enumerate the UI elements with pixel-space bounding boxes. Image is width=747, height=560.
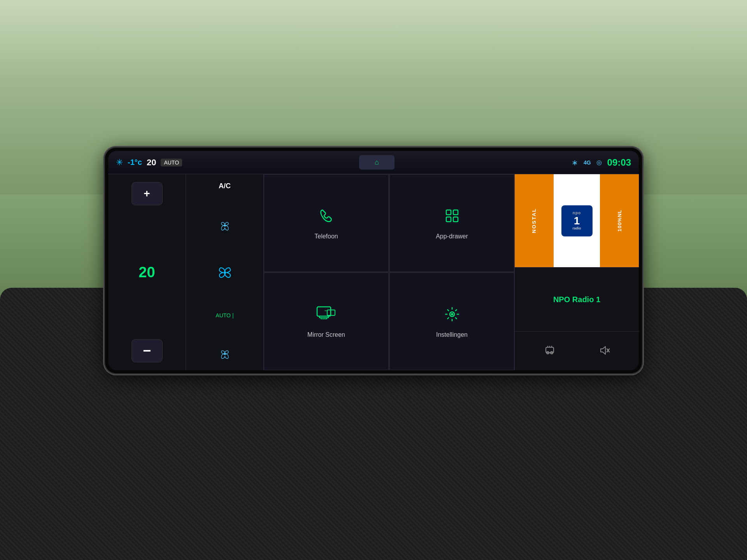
temp-decrease-button[interactable]: − [132,339,163,362]
main-content: + 20 − A/C [108,174,639,370]
plus-icon: + [144,187,150,200]
app-drawer-tile[interactable]: App-drawer [389,174,514,272]
svg-rect-4 [453,210,458,215]
apps-grid: Telefoon App-drawer [264,174,514,370]
status-right: ∗ 4G ◎ 09:03 [572,157,631,168]
music-note-icon [543,343,557,359]
svg-rect-7 [317,307,331,316]
svg-rect-9 [321,318,327,319]
climate-status: ✳ -1°c 20 AUTO [116,158,182,168]
radio-controls [515,331,639,370]
auto-badge: AUTO [161,159,182,166]
auto-bar: | [232,312,234,318]
set-temp: 20 [147,158,156,168]
mirror-screen-icon [316,304,337,327]
minus-icon: − [143,343,151,359]
temp-increase-button[interactable]: + [132,182,163,205]
npo-logo: npo 1 radio [561,205,593,236]
climate-temp-panel: + 20 − [108,174,186,370]
instellingen-tile[interactable]: Instellingen [389,273,514,370]
gps-icon: ◎ [596,159,602,166]
telefoon-label: Telefoon [314,233,338,240]
npo-station-tile[interactable]: npo 1 radio [554,174,600,267]
settings-icon [442,304,462,327]
npo-number: 1 [574,215,580,226]
app-drawer-label: App-drawer [436,233,468,240]
outside-temp: -1°c [128,158,142,167]
100nl-label: 100%NL [617,210,622,232]
mirror-screen-tile[interactable]: Mirror Screen [264,273,389,370]
fan-main-icon[interactable] [215,263,235,284]
screen-content: ✳ -1°c 20 AUTO ⌂ ∗ 4G ◎ 09:03 + [108,151,639,370]
fan-top-icon [218,219,232,234]
signal-icon: 4G [584,159,591,166]
home-tab[interactable]: ⌂ [359,155,395,170]
current-temp-display: 20 [139,264,155,281]
telefoon-tile[interactable]: Telefoon [264,174,389,272]
svg-rect-5 [446,217,451,222]
fan-bottom-icon [218,347,232,362]
npo-radio-text: radio [572,226,581,231]
snowflake-icon: ✳ [116,158,123,168]
nostal-station-tile[interactable]: NOSTAL [515,174,554,267]
auto-text: AUTO [216,312,231,318]
clock: 09:03 [607,157,631,168]
auto-fan-label: AUTO | [216,312,233,318]
bluetooth-icon: ∗ [572,158,578,167]
status-center[interactable]: ⌂ [182,155,572,170]
svg-point-12 [451,313,453,315]
phone-icon [317,206,336,228]
current-radio-name[interactable]: NPO Radio 1 [515,268,639,331]
radio-panel: NOSTAL npo 1 radio 100%NL [514,174,639,370]
100nl-station-tile[interactable]: 100%NL [600,174,639,267]
svg-point-1 [223,271,226,274]
svg-rect-6 [453,217,458,222]
car-infotainment-screen: ✳ -1°c 20 AUTO ⌂ ∗ 4G ◎ 09:03 + [105,148,642,373]
fan-ac-panel: A/C AUTO [186,174,264,370]
mute-icon[interactable] [597,343,611,359]
home-icon: ⌂ [375,158,379,166]
status-bar: ✳ -1°c 20 AUTO ⌂ ∗ 4G ◎ 09:03 [108,151,639,174]
grid-icon [442,206,462,228]
instellingen-label: Instellingen [436,331,468,338]
radio-stations: NOSTAL npo 1 radio 100%NL [515,174,639,268]
ac-label[interactable]: A/C [219,182,231,190]
svg-rect-3 [446,210,451,215]
nostal-label: NOSTAL [531,208,537,233]
mirror-screen-label: Mirror Screen [307,331,345,338]
